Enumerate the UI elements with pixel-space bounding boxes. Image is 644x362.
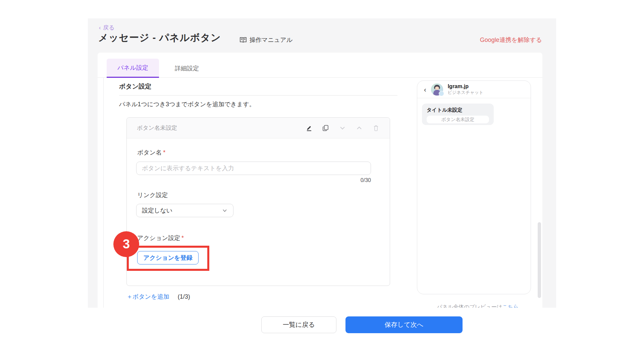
preview-header: ‹ lgram.jp ビジネスチャット	[417, 81, 531, 98]
char-counter: 0/30	[136, 177, 371, 183]
save-and-next-button[interactable]: 保存して次へ	[345, 316, 463, 333]
preview-footer-caption: パネル全体のプレビューはこちら	[437, 304, 544, 308]
button-name-input[interactable]	[136, 162, 371, 175]
copy-icon[interactable]	[322, 124, 329, 132]
preview-message-card: タイトル未設定 ボタン名未設定	[422, 104, 494, 125]
required-mark: *	[181, 235, 184, 241]
account-avatar	[431, 83, 443, 96]
chevron-up-icon	[356, 124, 363, 132]
page-title: メッセージ - パネルボタン	[98, 31, 221, 45]
back-link-label: 戻る	[103, 24, 114, 32]
book-icon	[239, 37, 247, 43]
back-link[interactable]: ‹ 戻る	[99, 24, 115, 32]
google-unlink-link[interactable]: Google連携を解除する	[480, 36, 542, 44]
tab-panel-settings[interactable]: パネル設定	[107, 59, 159, 78]
edit-icon[interactable]	[305, 124, 313, 132]
chevron-left-icon: ‹	[99, 25, 101, 31]
add-button-count: (1/3)	[178, 293, 190, 300]
button-name-label: ボタン名*	[137, 148, 165, 157]
action-setting-label: アクション設定*	[137, 234, 184, 242]
button-config-card: ボタン名未設定	[126, 117, 390, 286]
link-setting-label: リンク設定	[137, 191, 168, 199]
link-setting-value: 設定しない	[142, 206, 172, 215]
annotation-step-badge: 3	[113, 231, 139, 257]
button-config-header: ボタン名未設定	[127, 118, 390, 138]
manual-link-label: 操作マニュアル	[250, 36, 292, 44]
add-button-row: ＋ボタンを追加 (1/3)	[126, 293, 190, 301]
chat-preview-panel: ‹ lgram.jp ビジネスチャット タイトル未設定 ボタン名未設定	[417, 80, 531, 294]
content-scrollbar[interactable]	[538, 222, 541, 298]
back-to-list-button[interactable]: 一覧に戻る	[261, 316, 336, 333]
screen: ‹ 戻る メッセージ - パネルボタン 操作マニュアル Google連携を解除す…	[0, 0, 644, 362]
chevron-down-icon	[339, 124, 346, 132]
account-name: lgram.jp	[448, 83, 483, 90]
select-chevron-down-icon	[222, 207, 228, 214]
page-background: ‹ 戻る メッセージ - パネルボタン 操作マニュアル Google連携を解除す…	[88, 18, 556, 308]
preview-back-chevron-icon[interactable]: ‹	[424, 86, 426, 93]
tab-bar: パネル設定 詳細設定	[98, 53, 542, 78]
trash-icon	[372, 124, 380, 132]
link-setting-select[interactable]: 設定しない	[136, 204, 233, 217]
avatar-badge	[439, 91, 444, 96]
section-description: パネル1つにつき3つまでボタンを追加できます。	[119, 100, 255, 108]
section-divider	[119, 95, 397, 96]
section-heading: ボタン設定	[119, 82, 151, 91]
preview-caption-link[interactable]: こちら	[502, 304, 519, 308]
content-left-divider	[103, 78, 104, 308]
account-type: ビジネスチャット	[448, 90, 483, 95]
button-config-title: ボタン名未設定	[137, 124, 177, 132]
add-button-link[interactable]: ＋ボタンを追加	[126, 293, 169, 301]
manual-link[interactable]: 操作マニュアル	[239, 36, 292, 44]
required-mark: *	[163, 149, 165, 156]
register-action-button[interactable]: アクションを登録	[137, 251, 199, 264]
tab-detail-settings[interactable]: 詳細設定	[163, 59, 210, 78]
preview-card-button[interactable]: ボタン名未設定	[427, 116, 489, 123]
preview-card-title: タイトル未設定	[427, 107, 489, 113]
